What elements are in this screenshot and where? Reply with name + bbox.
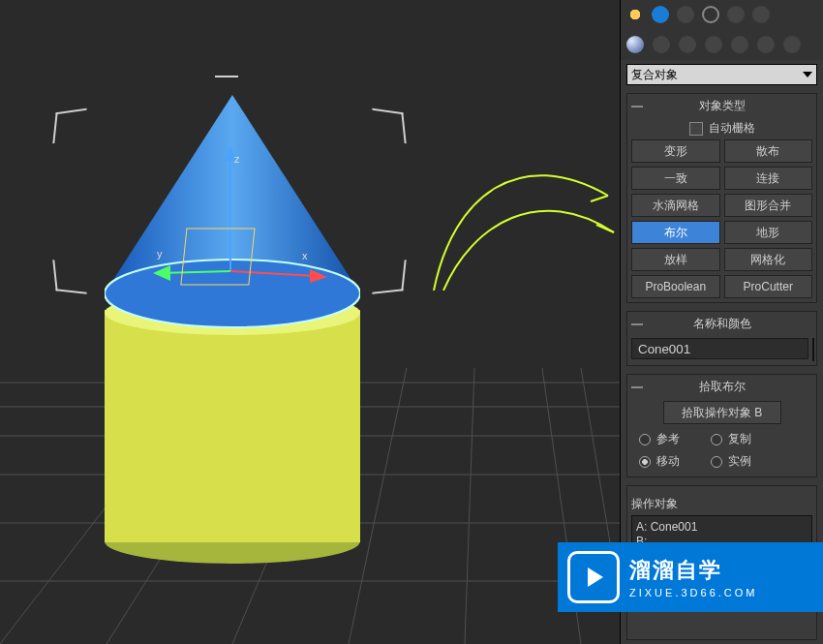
axis-x-label: x: [302, 250, 308, 261]
play-icon: [567, 551, 620, 603]
object-name-input[interactable]: [631, 338, 808, 359]
systems-icon[interactable]: [783, 36, 801, 53]
selection-bracket: [52, 108, 86, 143]
geometry-icon[interactable]: [626, 36, 644, 53]
object-type-proboolean[interactable]: ProBoolean: [631, 275, 720, 298]
object-type-布尔[interactable]: 布尔: [631, 221, 720, 244]
object-type-水滴网格[interactable]: 水滴网格: [631, 194, 720, 217]
category-dropdown[interactable]: 复合对象: [626, 64, 817, 85]
chevron-down-icon: [803, 72, 812, 77]
object-type-变形[interactable]: 变形: [631, 139, 720, 163]
pick-boolean-panel: 拾取布尔 拾取操作对象 B 参考复制 移动实例: [626, 374, 817, 477]
svg-rect-21: [181, 229, 255, 285]
svg-line-19: [161, 271, 230, 273]
object-type-procutter[interactable]: ProCutter: [724, 275, 813, 298]
hierarchy-tab-icon[interactable]: [677, 6, 694, 23]
helpers-icon[interactable]: [731, 36, 748, 53]
object-type-放样[interactable]: 放样: [631, 248, 720, 271]
color-swatch[interactable]: [812, 338, 814, 361]
pick-boolean-title: 拾取布尔: [699, 379, 746, 395]
watermark-text: 溜溜自学: [629, 556, 757, 585]
create-tab-icon[interactable]: [626, 6, 644, 23]
shapes-icon[interactable]: [653, 36, 670, 53]
radio-复制[interactable]: 复制: [711, 431, 751, 447]
selection-bracket: [372, 260, 406, 293]
svg-marker-20: [153, 265, 170, 281]
create-subtabs: [621, 29, 823, 60]
axis-z-label: z: [234, 153, 240, 165]
name-color-title: 名称和颜色: [693, 316, 751, 332]
object-type-地形[interactable]: 地形: [724, 221, 813, 244]
autogrid-label: 自动栅格: [709, 120, 755, 137]
display-tab-icon[interactable]: [727, 6, 745, 23]
object-type-panel: 对象类型 自动栅格 变形散布一致连接水滴网格图形合并布尔地形放样网格化ProBo…: [626, 93, 817, 303]
spacewarps-icon[interactable]: [757, 36, 775, 53]
viewport[interactable]: z x y: [0, 0, 620, 644]
radio-移动[interactable]: 移动: [639, 453, 680, 470]
object-type-title: 对象类型: [699, 98, 746, 114]
lights-icon[interactable]: [679, 36, 696, 53]
watermark: 溜溜自学 ZIXUE.3D66.COM: [558, 542, 823, 612]
category-dropdown-label: 复合对象: [631, 67, 678, 83]
object-type-网格化[interactable]: 网格化: [724, 248, 813, 271]
annotation-arrow: [424, 136, 618, 291]
object-type-一致[interactable]: 一致: [631, 167, 720, 190]
object-type-连接[interactable]: 连接: [724, 167, 813, 190]
motion-tab-icon[interactable]: [702, 6, 719, 23]
selection-bracket: [52, 260, 86, 293]
command-tabs: [621, 0, 823, 29]
svg-line-10: [465, 368, 474, 644]
autogrid-checkbox[interactable]: [689, 122, 703, 136]
selection-bracket: [372, 108, 406, 143]
selection-bracket: [215, 76, 238, 93]
cameras-icon[interactable]: [705, 36, 722, 53]
object-type-图形合并[interactable]: 图形合并: [724, 194, 813, 217]
pick-operand-b-button[interactable]: 拾取操作对象 B: [663, 401, 781, 424]
name-color-panel: 名称和颜色: [626, 311, 817, 366]
svg-line-17: [230, 271, 318, 276]
watermark-url: ZIXUE.3D66.COM: [629, 587, 757, 598]
svg-marker-18: [310, 269, 327, 283]
modify-tab-icon[interactable]: [652, 6, 669, 23]
operands-title: 操作对象: [631, 496, 812, 512]
gizmo[interactable]: z x y: [153, 145, 327, 320]
radio-实例[interactable]: 实例: [711, 453, 751, 470]
object-type-散布[interactable]: 散布: [724, 139, 813, 163]
axis-y-label: y: [157, 248, 163, 260]
radio-参考[interactable]: 参考: [639, 431, 680, 447]
utilities-tab-icon[interactable]: [752, 6, 770, 23]
